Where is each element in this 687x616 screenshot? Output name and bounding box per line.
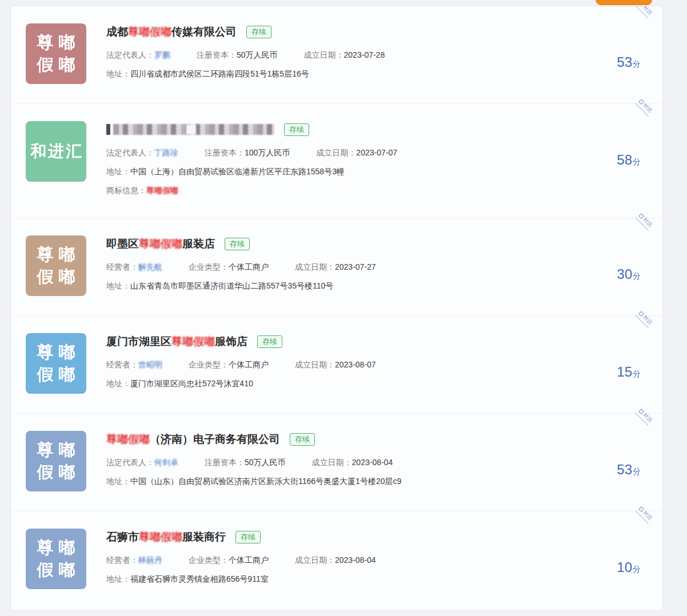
title-keyword-highlight: 尊嘟假嘟 — [139, 531, 182, 543]
match-score[interactable]: 53分 — [617, 54, 641, 70]
compare-label: 对比 — [641, 509, 654, 522]
info-field: 注册资本：100万人民币 — [205, 147, 290, 158]
person-link[interactable]: 丁路珍 — [154, 148, 178, 157]
info-field: 企业类型：个体工商户 — [189, 261, 269, 273]
person-link[interactable]: 林丽丹 — [138, 555, 162, 565]
fields-row: 经营者：林丽丹企业类型：个体工商户成立日期：2023-08-04 — [106, 554, 577, 566]
company-logo[interactable]: 和进汇 — [26, 121, 86, 182]
status-badge: 存续 — [235, 531, 261, 543]
person-link[interactable]: 何剑卓 — [154, 458, 178, 467]
field-label: 注册资本： — [205, 458, 245, 467]
title-keyword-highlight: 尊嘟假嘟 — [128, 26, 171, 38]
compare-checkbox-icon — [638, 506, 644, 512]
info-field: 经营者：解先航 — [106, 261, 162, 273]
company-logo[interactable]: 尊嘟假嘟 — [26, 23, 86, 84]
company-result-card[interactable]: 尊嘟假嘟 石狮市尊嘟假嘟服装商行 存续 经营者：林丽丹企业类型：个体工商户成立日… — [11, 511, 662, 609]
company-title[interactable]: 尊嘟假嘟（济南）电子商务有限公司 — [106, 432, 280, 447]
compare-checkbox-icon — [638, 409, 644, 414]
company-logo[interactable]: 尊嘟假嘟 — [26, 431, 86, 491]
person-link[interactable]: 曾昭明 — [138, 360, 162, 369]
company-title[interactable] — [106, 122, 274, 137]
fields-row: 经营者：解先航企业类型：个体工商户成立日期：2023-07-27 — [106, 261, 577, 273]
match-score[interactable]: 53分 — [617, 462, 641, 478]
field-label: 法定代表人： — [106, 458, 154, 467]
person-link[interactable]: 解先航 — [138, 262, 162, 271]
compare-corner-fold[interactable]: 对比 — [632, 318, 657, 341]
field-label: 注册资本： — [205, 148, 245, 157]
compare-corner-fold[interactable]: 对比 — [632, 9, 657, 31]
status-badge: 存续 — [290, 433, 315, 446]
field-value: 50万人民币 — [245, 458, 286, 467]
compare-corner-fold[interactable]: 对比 — [632, 416, 657, 439]
company-title[interactable]: 石狮市尊嘟假嘟服装商行 — [106, 530, 226, 545]
status-badge: 存续 — [284, 123, 309, 136]
field-value: 2023-08-04 — [352, 458, 393, 467]
address-value: 福建省石狮市灵秀镇金相路656号911室 — [130, 574, 269, 583]
field-label: 经营者： — [106, 262, 138, 271]
title-row: 尊嘟假嘟（济南）电子商务有限公司 存续 — [106, 432, 577, 447]
score-unit: 分 — [633, 565, 641, 574]
cutoff-orange-button[interactable] — [596, 0, 652, 5]
company-title[interactable]: 成都尊嘟假嘟传媒有限公司 — [106, 25, 237, 39]
title-text: （济南）电子商务有限公司 — [150, 433, 280, 445]
score-number: 15 — [617, 364, 632, 379]
compare-checkbox-icon — [638, 99, 644, 105]
title-keyword-highlight: 尊嘟假嘟 — [139, 238, 182, 250]
address-value: 厦门市湖里区尚忠社572号沐宜410 — [130, 379, 253, 388]
address-value: 山东省青岛市即墨区通济街道华山二路557号35号楼110号 — [130, 281, 333, 290]
info-field: 注册资本：50万人民币 — [197, 49, 278, 61]
info-field: 法定代表人：丁路珍 — [106, 147, 178, 158]
fields-row: 经营者：曾昭明企业类型：个体工商户成立日期：2023-08-07 — [106, 359, 577, 370]
address-label: 地址： — [106, 379, 130, 388]
trademark-row: 商标信息：尊嘟假嘟 — [106, 185, 577, 196]
score-number: 10 — [617, 559, 632, 575]
field-value: 2023-07-28 — [344, 50, 385, 59]
compare-corner-fold[interactable]: 对比 — [632, 221, 657, 243]
info-field: 成立日期：2023-07-07 — [316, 147, 397, 158]
address-value: 中国（山东）自由贸易试验区济南片区新泺大街1166号奥盛大厦1号楼20层c9 — [130, 477, 401, 486]
company-logo[interactable]: 尊嘟假嘟 — [26, 333, 86, 394]
address-label: 地址： — [106, 477, 130, 486]
address-row: 地址：福建省石狮市灵秀镇金相路656号911室 — [106, 573, 577, 585]
match-score[interactable]: 58分 — [617, 152, 641, 168]
field-label: 企业类型： — [189, 555, 229, 565]
company-title[interactable]: 厦门市湖里区尊嘟假嘟服饰店 — [106, 334, 247, 349]
title-row: 石狮市尊嘟假嘟服装商行 存续 — [106, 530, 577, 545]
field-label: 法定代表人： — [106, 148, 154, 157]
status-badge: 存续 — [246, 26, 271, 38]
company-result-card[interactable]: 尊嘟假嘟 尊嘟假嘟（济南）电子商务有限公司 存续 法定代表人：何剑卓注册资本：5… — [11, 414, 662, 511]
company-result-card[interactable]: 尊嘟假嘟 成都尊嘟假嘟传媒有限公司 存续 法定代表人：罗鹏注册资本：50万人民币… — [11, 6, 662, 104]
address-row: 地址：山东省青岛市即墨区通济街道华山二路557号35号楼110号 — [106, 280, 577, 291]
info-field: 法定代表人：罗鹏 — [106, 49, 170, 61]
fields-row: 法定代表人：丁路珍注册资本：100万人民币成立日期：2023-07-07 — [106, 147, 577, 158]
title-text: 成都 — [106, 26, 128, 38]
company-result-card[interactable]: 和进汇 存续 法定代表人：丁路珍注册资本：100万人民币成立日期：2023-07… — [11, 104, 662, 218]
field-label: 成立日期： — [295, 555, 335, 565]
info-field: 经营者：林丽丹 — [106, 554, 162, 566]
address-row: 地址：厦门市湖里区尚忠社572号沐宜410 — [106, 378, 577, 389]
score-unit: 分 — [633, 271, 641, 281]
redacted-title — [106, 124, 274, 135]
compare-corner-fold[interactable]: 对比 — [632, 106, 657, 129]
match-score[interactable]: 30分 — [617, 266, 641, 282]
title-row: 厦门市湖里区尊嘟假嘟服饰店 存续 — [106, 334, 577, 349]
title-text: 服装店 — [182, 238, 215, 250]
company-title[interactable]: 即墨区尊嘟假嘟服装店 — [106, 237, 215, 251]
fields-row: 法定代表人：罗鹏注册资本：50万人民币成立日期：2023-07-28 — [106, 49, 577, 61]
info-field: 成立日期：2023-08-04 — [312, 457, 393, 468]
company-result-card[interactable]: 尊嘟假嘟 即墨区尊嘟假嘟服装店 存续 经营者：解先航企业类型：个体工商户成立日期… — [11, 218, 662, 316]
info-field: 经营者：曾昭明 — [106, 359, 162, 370]
company-result-card[interactable]: 尊嘟假嘟 厦门市湖里区尊嘟假嘟服饰店 存续 经营者：曾昭明企业类型：个体工商户成… — [11, 316, 662, 414]
field-label: 成立日期： — [316, 148, 356, 157]
match-score[interactable]: 10分 — [617, 559, 641, 575]
compare-corner-fold[interactable]: 对比 — [632, 514, 657, 537]
company-logo[interactable]: 尊嘟假嘟 — [26, 235, 86, 296]
compare-label: 对比 — [641, 411, 654, 424]
info-field: 成立日期：2023-08-04 — [295, 554, 376, 566]
match-score[interactable]: 15分 — [617, 364, 641, 380]
field-value: 2023-08-04 — [335, 555, 376, 565]
company-logo[interactable]: 尊嘟假嘟 — [26, 529, 86, 589]
field-value: 100万人民币 — [245, 148, 290, 157]
title-row: 存续 — [106, 122, 577, 137]
person-link[interactable]: 罗鹏 — [154, 50, 170, 59]
